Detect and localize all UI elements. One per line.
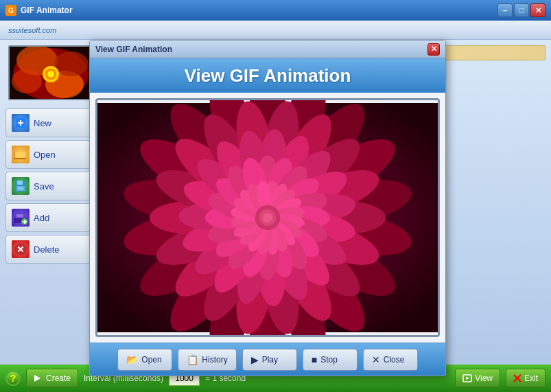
svg-rect-19	[18, 187, 23, 189]
sidebar: New Open	[0, 40, 99, 365]
svg-point-5	[54, 51, 89, 76]
view-icon	[462, 373, 472, 383]
maximize-button[interactable]: □	[514, 3, 529, 17]
modal-close-footer-button[interactable]: ✕ Close	[363, 349, 418, 371]
modal-history-button[interactable]: 📋 History	[178, 349, 236, 371]
open-icon	[12, 146, 30, 163]
svg-rect-14	[14, 158, 26, 159]
modal-footer: 📂 Open 📋 History ▶ Play ■ Stop ✕ Clo	[90, 343, 445, 376]
open-label: Open	[34, 150, 56, 160]
modal-open-button[interactable]: 📂 Open	[117, 349, 172, 371]
app-window: G GIF Animator – □ ✕ ssuitesoft.com	[0, 0, 551, 392]
flower-display	[95, 98, 440, 337]
history-icon: 📋	[187, 354, 198, 365]
add-icon	[12, 209, 30, 227]
modal-title-bar: View GIF Animation ✕	[90, 41, 445, 58]
new-label: New	[34, 118, 51, 128]
exit-icon	[513, 374, 521, 382]
save-label: Save	[34, 181, 54, 192]
logo-text: ssuitesoft.com	[8, 26, 56, 34]
open-button[interactable]: Open	[5, 140, 93, 169]
new-button[interactable]: New	[5, 108, 93, 137]
svg-point-132	[263, 213, 272, 222]
add-button[interactable]: Add	[5, 203, 93, 232]
stop-icon: ■	[312, 354, 317, 365]
title-bar-controls: – □ ✕	[497, 3, 546, 17]
thumbnail-image	[10, 47, 89, 99]
create-icon	[34, 373, 43, 383]
create-button[interactable]: Create	[26, 369, 78, 388]
svg-point-4	[12, 69, 42, 93]
svg-marker-31	[466, 377, 469, 380]
modal-body	[90, 93, 445, 343]
logo-bar: ssuitesoft.com	[0, 21, 551, 40]
minimize-button[interactable]: –	[497, 3, 513, 17]
exit-button[interactable]: Exit	[506, 369, 546, 388]
view-button[interactable]: View	[455, 369, 500, 388]
new-icon	[12, 114, 30, 132]
flower-image	[97, 100, 438, 335]
modal-play-button[interactable]: ▶ Play	[242, 349, 297, 371]
close-button[interactable]: ✕	[530, 3, 546, 17]
app-title: GIF Animator	[21, 5, 73, 15]
save-icon	[12, 177, 30, 195]
help-button[interactable]: ?	[5, 371, 21, 386]
svg-point-8	[47, 71, 54, 78]
open-icon: 📂	[126, 354, 138, 365]
modal-window: View GIF Animation ✕ View GIF Animation	[89, 40, 446, 376]
delete-label: Delete	[34, 244, 60, 255]
play-icon: ▶	[251, 354, 259, 365]
delete-icon	[12, 240, 30, 258]
thumbnail-area	[8, 45, 91, 100]
modal-close-button[interactable]: ✕	[427, 43, 440, 56]
modal-title: View GIF Animation	[95, 45, 172, 54]
svg-rect-15	[25, 158, 26, 159]
app-icon: G	[5, 5, 16, 16]
add-label: Add	[34, 213, 49, 223]
save-button[interactable]: Save	[5, 172, 93, 200]
svg-rect-11	[20, 120, 21, 126]
modal-stop-button[interactable]: ■ Stop	[303, 349, 357, 371]
svg-marker-29	[34, 375, 40, 382]
delete-button[interactable]: Delete	[5, 235, 93, 264]
svg-rect-25	[24, 220, 25, 224]
close-icon: ✕	[372, 354, 380, 365]
modal-overlay: View GIF Animation ✕ View GIF Animation	[89, 40, 446, 376]
modal-header-text: View GIF Animation	[185, 65, 351, 87]
title-bar: G GIF Animator – □ ✕	[0, 0, 551, 21]
modal-header: View GIF Animation	[90, 58, 445, 93]
svg-rect-17	[17, 181, 23, 185]
